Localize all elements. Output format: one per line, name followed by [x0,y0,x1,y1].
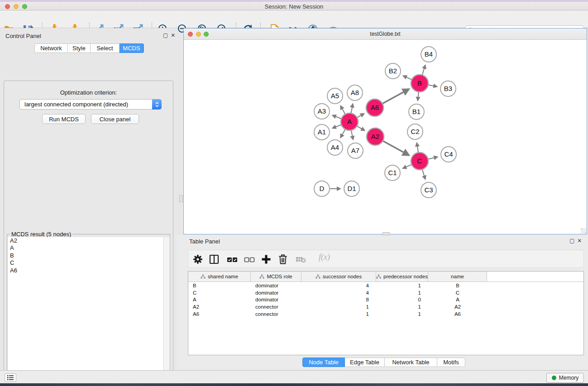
column-header-predecessor-nodes[interactable]: predecessor nodes [376,272,428,281]
add-icon[interactable] [260,253,272,265]
table-cell[interactable]: C [188,290,251,295]
graph-edge-A-A7[interactable] [351,131,353,140]
table-cell[interactable]: 1 [301,304,376,310]
graph-edge-A-A5[interactable] [340,106,345,114]
network-window-titlebar[interactable]: testGlobe.txt [184,29,587,40]
table-cell[interactable]: A [428,297,487,302]
sort-hierarchy-icon [376,274,381,279]
columns-icon[interactable] [208,253,220,265]
graph-node-label: C4 [444,150,453,158]
table-row[interactable]: Bdominator41B [188,282,583,289]
column-header-shared-name[interactable]: shared name [188,272,251,281]
table-cell[interactable]: A6 [428,311,487,317]
window-resize-grip[interactable] [581,228,586,234]
mcds-result-list[interactable]: A2ABCA6 [8,237,170,386]
vertical-splitter-handle[interactable] [179,195,183,202]
table-cell[interactable]: dominator [251,283,301,288]
mcds-result-item[interactable]: C [8,259,170,267]
list-icon [7,375,14,381]
mcds-result-item[interactable]: A6 [8,267,170,274]
graph-edge-A-A2[interactable] [357,126,364,130]
task-history-button[interactable] [5,373,16,382]
tab-network-table[interactable]: Network Table [385,357,437,367]
table-row[interactable]: A2connector11A2 [188,303,583,310]
graph-edge-C-C2[interactable] [417,143,418,152]
main-toolbar [0,10,588,28]
optimization-criterion-label: Optimization criterion: [4,89,173,96]
graph-edge-B-B4[interactable] [422,65,425,75]
graph-edge-B-B3[interactable] [429,85,437,87]
table-cell[interactable]: dominator [251,290,301,295]
table-cell[interactable]: C [428,290,487,295]
status-bar: Memory [0,370,588,383]
tab-network[interactable]: Network [34,43,68,53]
graph-edge-C-C4[interactable] [428,157,437,159]
close-panel-icon[interactable]: ✕ [577,238,584,244]
table-row[interactable]: Cdominator41C [188,289,583,296]
mcds-result-scrollbar[interactable] [163,237,169,386]
graph-edge-C-C1[interactable] [403,165,411,168]
graph-edge-A-A4[interactable] [340,129,345,138]
graph-edge-A-A3[interactable] [332,115,341,119]
tab-motifs[interactable]: Motifs [437,357,465,367]
table-cell[interactable]: connector [251,304,301,310]
node-table[interactable]: shared nameMCDS rolesuccessor nodesprede… [188,271,584,355]
graph-edge-A-A1[interactable] [332,125,341,128]
close-panel-icon[interactable]: ✕ [171,32,178,38]
graph-edge-A2-C[interactable] [383,141,409,155]
graph-edge-A-A8[interactable] [351,104,353,113]
graph-edge-C-C3[interactable] [422,170,425,179]
table-cell[interactable]: A6 [188,311,251,317]
float-panel-icon[interactable]: ▢ [163,32,171,38]
tab-mcds[interactable]: MCDS [120,43,144,53]
gear-icon[interactable] [192,253,204,265]
table-cell[interactable]: 1 [376,283,428,288]
table-cell[interactable]: A [188,297,251,302]
mcds-result-item[interactable]: A [8,244,170,252]
table-cell[interactable]: 1 [301,311,376,317]
table-cell[interactable]: B [188,283,251,288]
memory-button[interactable]: Memory [546,373,584,383]
table-cell[interactable]: 1 [376,304,428,310]
mcds-result-item[interactable]: A2 [8,237,170,244]
mcds-result-title: MCDS result (5 nodes) [10,231,72,238]
table-cell[interactable]: dominator [251,297,301,302]
table-cell[interactable]: connector [251,311,301,317]
network-canvas[interactable]: B4B2BB3A8A5A6A3B1AA1C2A2A4A7C4CC1DD1C3 [184,40,587,234]
graph-edge-A6-B[interactable] [383,89,409,103]
graph-node-label: B2 [389,67,397,75]
table-cell[interactable]: A2 [188,304,251,310]
graph-node-label: C2 [411,128,419,135]
mcds-result-item[interactable]: B [8,252,170,259]
table-cell[interactable]: 4 [301,290,376,295]
graph-node-label: A6 [371,104,379,111]
table-cell[interactable]: A2 [428,304,487,310]
optimization-criterion-select[interactable]: largest connected component (directed) [19,99,162,110]
table-cell[interactable]: B [428,283,487,288]
float-panel-icon[interactable]: ▢ [569,238,577,244]
trash-icon[interactable] [277,253,289,265]
table-row[interactable]: A6connector11A6 [188,310,583,318]
tab-node-table[interactable]: Node Table [302,357,345,367]
horizontal-splitter-handle[interactable] [382,232,390,235]
tab-style[interactable]: Style [68,43,91,53]
column-header-successor-nodes[interactable]: successor nodes [301,272,376,281]
table-cell[interactable]: 8 [301,297,376,302]
select-all-icon[interactable] [226,253,238,265]
table-cell[interactable]: 4 [301,283,376,288]
table-row[interactable]: Adominator80A [188,296,583,303]
tab-edge-table[interactable]: Edge Table [345,357,385,367]
graph-edge-A-A6[interactable] [357,114,364,117]
column-header-name[interactable]: name [428,272,487,281]
close-panel-button[interactable]: Close panel [91,114,139,124]
graph-edge-B-B1[interactable] [418,92,419,100]
graph-edge-B-B2[interactable] [403,76,411,79]
table-cell[interactable]: 1 [376,290,428,295]
table-cell[interactable]: 0 [376,297,428,302]
table-cell[interactable]: 1 [376,311,428,317]
table-panel-title: Table Panel [189,238,220,245]
column-header-MCDS-role[interactable]: MCDS role [251,272,301,281]
tab-select[interactable]: Select [91,43,120,53]
run-mcds-button[interactable]: Run MCDS [42,114,86,124]
deselect-all-icon[interactable] [244,253,255,265]
